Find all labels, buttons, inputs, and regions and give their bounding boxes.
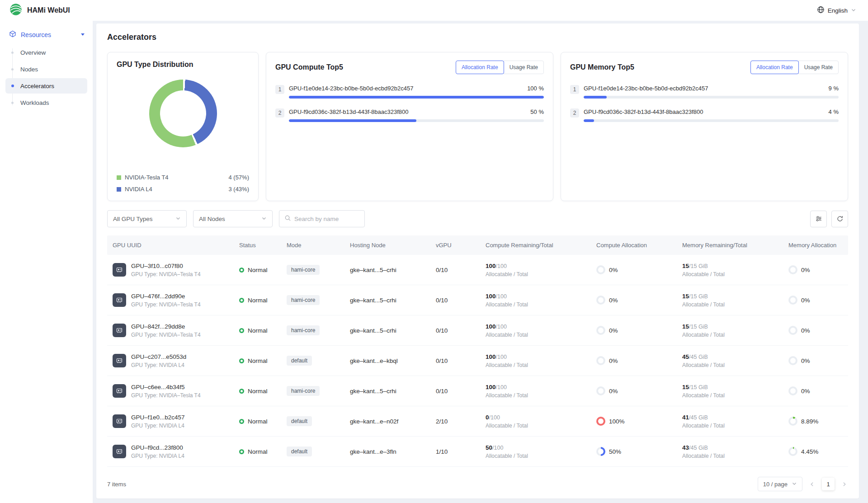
usage-rate-tab[interactable]: Usage Rate bbox=[798, 61, 839, 74]
compute-total: /100 bbox=[496, 324, 507, 330]
compute-allocation-value: 50% bbox=[609, 448, 621, 455]
page-size-select[interactable]: 10 / page bbox=[758, 477, 802, 491]
vgpu-count: 0/10 bbox=[430, 357, 480, 364]
percent-value: 50 % bbox=[530, 108, 544, 115]
sidebar-section-label: Resources bbox=[21, 31, 51, 38]
compute-total: /100 bbox=[496, 354, 507, 360]
percent-value: 4 % bbox=[829, 108, 839, 115]
panel-title: GPU Type Distribution bbox=[117, 61, 249, 69]
items-count: 7 items bbox=[107, 481, 126, 488]
legend-swatch bbox=[117, 175, 121, 180]
column-header: Memory Remaining/Total bbox=[677, 235, 783, 255]
column-settings-button[interactable] bbox=[810, 211, 827, 227]
column-header: Compute Allocation bbox=[591, 235, 677, 255]
gpu-type-filter-value: All GPU Types bbox=[113, 216, 153, 222]
memory-remaining: 41 bbox=[682, 414, 689, 421]
hosting-node: gke–kant...5–crhi bbox=[344, 267, 430, 273]
memory-allocation-ring bbox=[788, 386, 797, 395]
sidebar-section-resources[interactable]: Resources bbox=[0, 26, 93, 43]
allocatable-total-label: Allocatable / Total bbox=[682, 453, 725, 459]
sidebar-item-label: Overview bbox=[20, 49, 46, 56]
node-filter-value: All Nodes bbox=[199, 216, 225, 222]
legend-swatch bbox=[117, 187, 121, 192]
column-header: GPU UUID bbox=[107, 235, 234, 255]
gpu-memory-top5-panel: GPU Memory Top5 Allocation Rate Usage Ra… bbox=[561, 52, 848, 201]
gpu-uuid: GPU–842f...29dd8e bbox=[131, 323, 201, 330]
hosting-node: gke–kant...5–crhi bbox=[344, 327, 430, 334]
gpu-type-label: GPU Type: NVIDIA L4 bbox=[131, 453, 184, 459]
sidebar-item[interactable]: Nodes bbox=[5, 61, 87, 77]
compute-remaining: 100 bbox=[486, 263, 496, 269]
compute-allocation-value: 0% bbox=[609, 297, 618, 304]
gpu-type-filter[interactable]: All GPU Types bbox=[107, 210, 187, 227]
sidebar-menu: Overview Nodes Accelerators Work bbox=[0, 45, 93, 112]
table-row[interactable]: GPU–3f10...c07f80 GPU Type: NVIDIA–Tesla… bbox=[107, 255, 848, 285]
rate-toggle: Allocation Rate Usage Rate bbox=[456, 61, 544, 74]
mode-badge: default bbox=[287, 416, 312, 426]
memory-total: /45 GiB bbox=[689, 445, 708, 451]
progress-bar-fill bbox=[289, 119, 416, 122]
status-dot-icon bbox=[239, 328, 244, 333]
gpu-name: GPU-f1e0de14-23bc-b0be-5b0d-ecbd92b2c457 bbox=[289, 85, 413, 92]
table-row[interactable]: GPU–f9cd...23f800 GPU Type: NVIDIA L4 No… bbox=[107, 437, 848, 467]
memory-total: /45 GiB bbox=[689, 354, 708, 360]
hosting-node: gke–kant...e–3fln bbox=[344, 448, 430, 455]
panel-title: GPU Memory Top5 bbox=[570, 63, 634, 71]
sidebar-item[interactable]: Accelerators bbox=[5, 78, 87, 94]
caret-down-icon bbox=[81, 33, 85, 36]
status-label: Normal bbox=[248, 267, 268, 273]
status-label: Normal bbox=[248, 297, 268, 304]
next-page-button[interactable] bbox=[840, 480, 848, 488]
memory-allocation-value: 0% bbox=[801, 357, 810, 364]
refresh-button[interactable] bbox=[831, 211, 848, 227]
table-row[interactable]: GPU–f1e0...b2c457 GPU Type: NVIDIA L4 No… bbox=[107, 406, 848, 437]
memory-allocation-value: 0% bbox=[801, 297, 810, 304]
column-header: Mode bbox=[281, 235, 344, 255]
top5-item: 1 GPU-f1e0de14-23bc-b0be-5b0d-ecbd92b2c4… bbox=[275, 85, 544, 99]
table-row[interactable]: GPU–476f...2dd90e GPU Type: NVIDIA–Tesla… bbox=[107, 285, 848, 315]
search-input[interactable] bbox=[294, 216, 359, 222]
usage-rate-tab[interactable]: Usage Rate bbox=[504, 61, 544, 74]
hosting-node: gke–kant...e–n02f bbox=[344, 418, 430, 425]
compute-allocation-ring bbox=[596, 296, 605, 305]
pagination: 10 / page 1 bbox=[758, 477, 848, 491]
progress-bar bbox=[584, 96, 839, 99]
allocatable-total-label: Allocatable / Total bbox=[682, 301, 725, 308]
rank-badge: 1 bbox=[570, 85, 579, 94]
allocatable-total-label: Allocatable / Total bbox=[486, 423, 528, 429]
allocatable-total-label: Allocatable / Total bbox=[486, 332, 528, 338]
sidebar-item[interactable]: Workloads bbox=[5, 95, 87, 110]
memory-remaining: 15 bbox=[682, 323, 689, 330]
tree-dot-icon bbox=[11, 68, 14, 71]
language-label: English bbox=[828, 7, 848, 14]
prev-page-button[interactable] bbox=[808, 480, 816, 488]
table-row[interactable]: GPU–842f...29dd8e GPU Type: NVIDIA–Tesla… bbox=[107, 315, 848, 346]
vgpu-count: 0/10 bbox=[430, 267, 480, 273]
table-footer: 7 items 10 / page 1 bbox=[107, 470, 848, 491]
allocation-rate-tab[interactable]: Allocation Rate bbox=[750, 61, 799, 74]
donut-legend: NVIDIA-Tesla T4 4 (57%) NVIDIA L4 3 (43%… bbox=[117, 174, 249, 193]
compute-remaining: 100 bbox=[486, 323, 496, 330]
vgpu-count: 0/10 bbox=[430, 297, 480, 304]
gpu-type-label: GPU Type: NVIDIA–Tesla T4 bbox=[131, 301, 201, 308]
mode-badge: hami-core bbox=[287, 325, 320, 335]
language-selector[interactable]: English bbox=[817, 6, 856, 15]
gpu-type-label: GPU Type: NVIDIA L4 bbox=[131, 362, 186, 368]
compute-remaining: 100 bbox=[486, 384, 496, 390]
app-logo-icon bbox=[9, 3, 23, 18]
allocation-rate-tab[interactable]: Allocation Rate bbox=[456, 61, 504, 74]
table-row[interactable]: GPU–c6ee...4b34f5 GPU Type: NVIDIA–Tesla… bbox=[107, 376, 848, 406]
page-number[interactable]: 1 bbox=[822, 478, 835, 490]
status-dot-icon bbox=[239, 268, 244, 273]
mode-badge: default bbox=[287, 447, 312, 456]
top5-item: 2 GPU-f9cd036c-382f-b13d-443f-8baac323f8… bbox=[275, 108, 544, 122]
chevron-left-icon bbox=[809, 481, 815, 487]
sidebar-item[interactable]: Overview bbox=[5, 45, 87, 60]
memory-total: /15 GiB bbox=[689, 324, 708, 330]
memory-allocation-value: 8.89% bbox=[801, 418, 818, 425]
memory-allocation-value: 0% bbox=[801, 388, 810, 395]
table-row[interactable]: GPU–c207...e5053d GPU Type: NVIDIA L4 No… bbox=[107, 346, 848, 376]
vgpu-count: 2/10 bbox=[430, 418, 480, 425]
node-filter[interactable]: All Nodes bbox=[193, 210, 273, 227]
memory-remaining: 15 bbox=[682, 263, 689, 269]
